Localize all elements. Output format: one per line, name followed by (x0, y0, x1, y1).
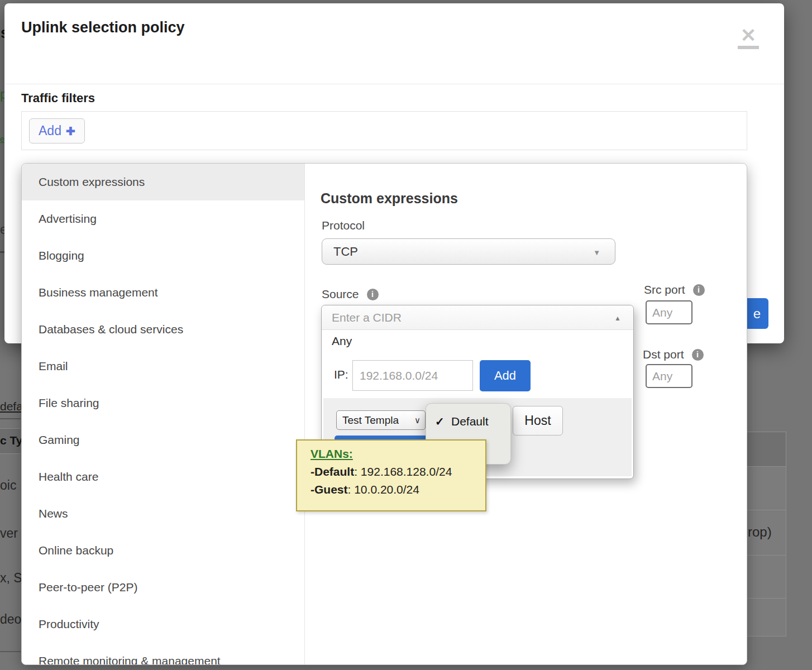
category-item-databases-cloud-services[interactable]: Databases & cloud services (22, 311, 304, 348)
vlan-name: -Default (311, 465, 354, 478)
category-item-online-backup[interactable]: Online backup (22, 532, 304, 569)
bg-table-row-fragment: x, S (0, 571, 22, 586)
vlan-subnet: : 192.168.128.0/24 (354, 465, 452, 478)
traffic-filters-heading: Traffic filters (21, 91, 95, 106)
info-icon[interactable]: i (692, 349, 704, 361)
vlans-tooltip-entry: -Guest: 10.0.20.0/24 (311, 483, 485, 496)
src-port-label: Src port i (644, 283, 705, 296)
protocol-select-value: TCP (333, 245, 358, 259)
vlans-tooltip-title: VLANs: (311, 447, 485, 461)
ip-add-button[interactable]: Add (480, 360, 531, 391)
category-item-label: Custom expressions (39, 175, 145, 189)
category-item-peer-to-peer[interactable]: Peer-to-peer (P2P) (22, 569, 304, 606)
vlans-tooltip-entry: -Default: 192.168.128.0/24 (311, 465, 485, 478)
category-item-email[interactable]: Email (22, 348, 304, 385)
category-item-label: Health care (39, 470, 98, 484)
chevron-down-icon: ▼ (593, 248, 600, 257)
protocol-select[interactable]: TCP ▼ (322, 238, 615, 265)
category-item-label: Email (39, 360, 68, 373)
add-filter-button[interactable]: Add ✚ (29, 118, 85, 143)
bg-default-link-fragment: defa (0, 400, 23, 413)
source-cidr-combobox[interactable]: Enter a CIDR ▲ (322, 305, 633, 330)
dst-port-label-text: Dst port (643, 348, 684, 361)
category-item-remote-monitoring[interactable]: Remote monitoring & management (22, 643, 304, 665)
category-item-label: Online backup (39, 544, 113, 557)
info-icon[interactable]: i (367, 289, 379, 300)
category-item-gaming[interactable]: Gaming (22, 422, 304, 458)
category-item-label: Productivity (39, 618, 99, 631)
src-port-label-text: Src port (644, 283, 685, 296)
bg-table-header-fragment: c Ty (0, 428, 21, 454)
category-item-health-care[interactable]: Health care (22, 458, 304, 495)
category-list: Custom expressions Advertising Blogging … (22, 164, 305, 664)
category-item-label: File sharing (39, 396, 99, 410)
bg-green-link-fragment-2: e (0, 135, 4, 143)
bg-divider-fragment (0, 251, 4, 253)
category-item-custom-expressions[interactable]: Custom expressions (22, 164, 304, 200)
ip-cidr-input[interactable] (352, 360, 473, 391)
bg-table-row-fragment: deo (0, 612, 21, 627)
ip-label: IP: (334, 368, 348, 381)
bg-table-row-fragment: rop) (748, 524, 772, 540)
bg-table-row-fragment: oic (0, 478, 16, 493)
category-item-label: Peer-to-peer (P2P) (39, 581, 137, 594)
chevron-up-icon: ▲ (614, 314, 621, 322)
src-port-input[interactable] (646, 300, 692, 324)
bg-divider-fragment (0, 418, 21, 419)
category-item-label: Databases & cloud services (39, 323, 183, 336)
template-select-value: Test Templa (342, 414, 409, 427)
add-filter-button-label: Add (39, 123, 61, 138)
info-icon[interactable]: i (693, 284, 705, 296)
category-item-advertising[interactable]: Advertising (22, 200, 304, 237)
checkmark-icon: ✓ (435, 415, 451, 428)
category-item-blogging[interactable]: Blogging (22, 237, 304, 274)
modal-header-divider (4, 84, 784, 84)
vlans-tooltip: VLANs: -Default: 192.168.128.0/24 -Guest… (296, 439, 486, 511)
source-label: Source i (322, 288, 379, 301)
category-item-label: Business management (39, 286, 158, 299)
host-button[interactable]: Host (513, 406, 563, 436)
category-item-label: Remote monitoring & management (39, 654, 221, 665)
plus-icon: ✚ (66, 125, 75, 138)
category-item-file-sharing[interactable]: File sharing (22, 385, 304, 422)
chevron-down-icon: ∨ (414, 415, 421, 425)
category-item-label: Blogging (39, 249, 84, 262)
category-item-productivity[interactable]: Productivity (22, 606, 304, 643)
category-item-label: Advertising (39, 212, 97, 226)
protocol-label: Protocol (322, 219, 365, 232)
close-icon: ✕ (737, 27, 760, 44)
traffic-filters-box: Add ✚ (21, 111, 747, 150)
vlan-subnet: : 10.0.20.0/24 (348, 483, 419, 496)
close-button[interactable]: ✕ (737, 27, 760, 49)
source-option-any[interactable]: Any (332, 334, 352, 348)
detail-heading: Custom expressions (321, 190, 458, 207)
dst-port-input[interactable] (646, 364, 692, 388)
dst-port-label: Dst port i (643, 348, 704, 361)
cidr-placeholder: Enter a CIDR (332, 311, 402, 324)
bg-table-row-fragment: ver (0, 526, 18, 541)
category-item-label: Gaming (39, 433, 80, 447)
bg-divider-fragment (0, 651, 21, 652)
source-label-text: Source (322, 288, 359, 301)
template-select[interactable]: Test Templa ∨ (336, 410, 426, 430)
category-item-business-management[interactable]: Business management (22, 274, 304, 311)
category-item-label: News (39, 507, 68, 520)
close-icon-underline (738, 46, 759, 49)
menu-item-label: Default (451, 415, 489, 428)
category-item-news[interactable]: News (22, 495, 304, 532)
modal-title: Uplink selection policy (21, 19, 185, 36)
vlan-name: -Guest (311, 483, 348, 496)
menu-item-default[interactable]: ✓ Default (426, 410, 510, 433)
